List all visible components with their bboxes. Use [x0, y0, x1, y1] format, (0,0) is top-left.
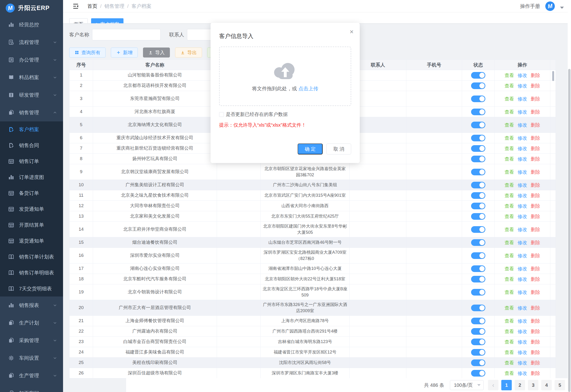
sidebar-item-销售管理[interactable]: 销售管理 — [0, 104, 63, 121]
status-toggle[interactable] — [471, 289, 485, 295]
row-action-delete[interactable]: 删除 — [531, 96, 540, 102]
row-action-view[interactable]: 查看 — [505, 96, 514, 102]
status-toggle[interactable] — [471, 203, 485, 209]
row-action-edit[interactable]: 修改 — [518, 338, 527, 345]
row-action-edit[interactable]: 修改 — [518, 213, 527, 220]
sidebar-subitem-销售订单[interactable]: 销售订单 — [0, 153, 63, 169]
page-size-select[interactable]: 100条/页 — [450, 380, 484, 390]
status-toggle[interactable] — [471, 370, 485, 377]
collapse-menu-icon[interactable] — [72, 3, 79, 10]
row-action-edit[interactable]: 修改 — [518, 226, 527, 233]
sidebar-item-生产计划[interactable]: 生产计划 — [0, 314, 63, 332]
user-menu-caret-icon[interactable] — [560, 7, 564, 9]
row-action-delete[interactable]: 删除 — [531, 109, 540, 115]
row-action-delete[interactable]: 删除 — [531, 328, 540, 335]
sidebar-item-流程管理[interactable]: 流程管理 — [0, 33, 63, 51]
sidebar-item-车间设置[interactable]: 车间设置 — [0, 349, 63, 367]
sidebar-item-加工车间[interactable]: 加工车间 — [0, 384, 63, 392]
status-toggle[interactable] — [471, 192, 485, 199]
row-action-delete[interactable]: 删除 — [531, 276, 540, 282]
row-action-view[interactable]: 查看 — [505, 226, 514, 233]
row-action-edit[interactable]: 修改 — [518, 122, 527, 128]
page-button-3[interactable]: 3 — [528, 380, 538, 390]
row-action-delete[interactable]: 删除 — [531, 145, 540, 152]
row-action-view[interactable]: 查看 — [505, 305, 514, 311]
row-action-edit[interactable]: 修改 — [518, 305, 527, 311]
sidebar-subitem-7天交货明细表[interactable]: 7天交货明细表 — [0, 280, 63, 296]
status-toggle[interactable] — [471, 338, 485, 345]
row-action-delete[interactable]: 删除 — [531, 359, 540, 366]
row-action-view[interactable]: 查看 — [505, 252, 514, 259]
row-action-view[interactable]: 查看 — [505, 83, 514, 89]
row-action-edit[interactable]: 修改 — [518, 96, 527, 102]
file-dropzone[interactable]: 将文件拖到此处，或 点击上传 — [219, 47, 351, 106]
row-action-view[interactable]: 查看 — [505, 370, 514, 377]
query-all-button[interactable]: 查询所有 — [69, 47, 106, 57]
sidebar-subitem-退货通知单[interactable]: 退货通知单 — [0, 233, 63, 249]
manual-link[interactable]: 操作手册 — [520, 3, 540, 10]
row-action-edit[interactable]: 修改 — [518, 72, 527, 79]
row-action-delete[interactable]: 删除 — [531, 239, 540, 246]
breadcrumb-home[interactable]: 首页 — [87, 3, 97, 10]
row-action-view[interactable]: 查看 — [505, 289, 514, 295]
sidebar-subitem-客户档案[interactable]: 客户档案 — [0, 121, 63, 137]
tab-customer-archive[interactable]: 客户档案 — [91, 18, 123, 23]
row-action-delete[interactable]: 删除 — [531, 182, 540, 188]
row-action-delete[interactable]: 删除 — [531, 213, 540, 220]
close-icon[interactable]: × — [350, 28, 354, 35]
table-scrollbar-thumb[interactable] — [552, 71, 554, 81]
row-action-edit[interactable]: 修改 — [518, 192, 527, 199]
page-button-2[interactable]: 2 — [515, 380, 525, 390]
user-avatar[interactable]: M — [545, 1, 555, 11]
status-toggle[interactable] — [471, 349, 485, 356]
status-toggle[interactable] — [471, 156, 485, 162]
status-toggle[interactable] — [471, 135, 485, 141]
row-action-delete[interactable]: 删除 — [531, 192, 540, 199]
sidebar-item-料品档案[interactable]: 料品档案 — [0, 69, 63, 86]
export-button[interactable]: 导出 — [175, 47, 202, 57]
click-upload-link[interactable]: 点击上传 — [298, 86, 318, 91]
row-action-delete[interactable]: 删除 — [531, 203, 540, 209]
status-toggle[interactable] — [471, 305, 485, 311]
sidebar-item-办公管理[interactable]: 办公管理 — [0, 51, 63, 69]
row-action-view[interactable]: 查看 — [505, 213, 514, 220]
row-action-delete[interactable]: 删除 — [531, 169, 540, 175]
tab-home[interactable]: 首页 — [69, 18, 88, 23]
sidebar-item-经营总控[interactable]: 经营总控 — [0, 16, 63, 33]
row-action-view[interactable]: 查看 — [505, 328, 514, 335]
row-action-delete[interactable]: 删除 — [531, 122, 540, 128]
status-toggle[interactable] — [471, 328, 485, 335]
status-toggle[interactable] — [471, 318, 485, 324]
sidebar-subitem-开票结算单[interactable]: 开票结算单 — [0, 217, 63, 233]
row-action-view[interactable]: 查看 — [505, 135, 514, 141]
row-action-edit[interactable]: 修改 — [518, 239, 527, 246]
page-button-1[interactable]: 1 — [501, 380, 512, 390]
status-toggle[interactable] — [471, 252, 485, 259]
row-action-view[interactable]: 查看 — [505, 265, 514, 272]
row-action-view[interactable]: 查看 — [505, 145, 514, 152]
row-action-delete[interactable]: 删除 — [531, 135, 540, 141]
sidebar-subitem-销售订单计划表[interactable]: 销售订单计划表 — [0, 249, 63, 265]
row-action-view[interactable]: 查看 — [505, 182, 514, 188]
status-toggle[interactable] — [471, 96, 485, 102]
row-action-delete[interactable]: 删除 — [531, 349, 540, 356]
row-action-delete[interactable]: 删除 — [531, 72, 540, 79]
row-action-edit[interactable]: 修改 — [518, 203, 527, 209]
cancel-button[interactable]: 取 消 — [326, 143, 351, 154]
row-action-edit[interactable]: 修改 — [518, 169, 527, 175]
window-scrollbar-thumb[interactable] — [568, 69, 571, 392]
row-action-view[interactable]: 查看 — [505, 349, 514, 356]
sidebar-subitem-销售合同[interactable]: 销售合同 — [0, 137, 63, 153]
status-toggle[interactable] — [471, 182, 485, 188]
sidebar-item-生产管理[interactable]: 生产管理 — [0, 367, 63, 384]
row-action-delete[interactable]: 删除 — [531, 305, 540, 311]
status-toggle[interactable] — [471, 72, 485, 79]
row-action-delete[interactable]: 删除 — [531, 156, 540, 162]
row-action-view[interactable]: 查看 — [505, 338, 514, 345]
status-toggle[interactable] — [471, 109, 485, 115]
sidebar-item-研发管理[interactable]: 研发管理 — [0, 86, 63, 104]
status-toggle[interactable] — [471, 265, 485, 272]
row-action-view[interactable]: 查看 — [505, 203, 514, 209]
row-action-view[interactable]: 查看 — [505, 239, 514, 246]
status-toggle[interactable] — [471, 145, 485, 152]
